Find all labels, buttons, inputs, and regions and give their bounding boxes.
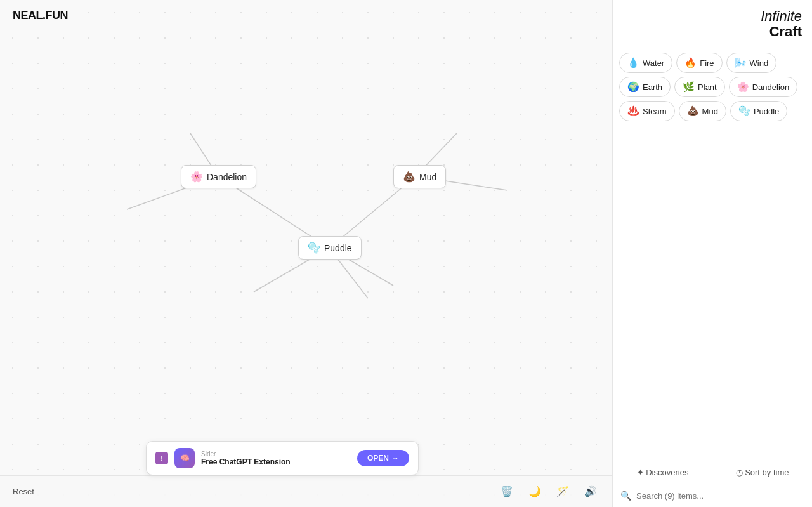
- sidebar-bottom: ✦ Discoveries ◷ Sort by time 🔍: [613, 461, 812, 507]
- earth-emoji: 🌍: [627, 81, 639, 93]
- mud-emoji: 💩: [403, 171, 416, 183]
- search-icon: 🔍: [620, 491, 631, 501]
- title-craft: Craft: [769, 23, 802, 39]
- ad-logo: 🧠: [174, 448, 195, 468]
- plant-label: Plant: [698, 82, 717, 92]
- water-label: Water: [643, 58, 664, 68]
- steam-emoji: ♨️: [627, 105, 639, 117]
- dandelion-label: Dandelion: [207, 172, 247, 182]
- open-button[interactable]: OPEN →: [357, 450, 409, 466]
- sidebar-header: Infinite Craft: [613, 0, 812, 46]
- dandelion-sidebar-label: Dandelion: [752, 82, 790, 92]
- mud-sidebar-label: Mud: [702, 107, 718, 116]
- wind-emoji: 🌬️: [735, 57, 747, 69]
- puddle-sidebar-label: Puddle: [754, 107, 779, 116]
- canvas-item-mud[interactable]: 💩 Mud: [393, 165, 446, 188]
- dandelion-emoji: 🌸: [190, 171, 203, 183]
- sort-tab[interactable]: ◷ Sort by time: [712, 461, 812, 484]
- sidebar-item-wind[interactable]: 🌬️ Wind: [726, 53, 777, 73]
- puddle-sidebar-emoji: 🫧: [738, 105, 750, 117]
- puddle-label: Puddle: [324, 243, 352, 253]
- mud-sidebar-emoji: 💩: [687, 105, 699, 117]
- neal-logo: NEAL.FUN: [13, 9, 68, 22]
- canvas-area[interactable]: 🌸 Dandelion 💩 Mud 🫧 Puddle: [0, 0, 612, 507]
- sidebar-item-water[interactable]: 💧 Water: [619, 53, 672, 73]
- title-infinite: Infinite: [761, 8, 802, 24]
- items-grid: 💧 Water 🔥 Fire 🌬️ Wind 🌍 Earth 🌿 Plant 🌸…: [613, 46, 812, 461]
- sidebar-item-steam[interactable]: ♨️ Steam: [619, 101, 675, 121]
- moon-icon[interactable]: 🌙: [526, 483, 544, 501]
- ad-warning-icon: !: [155, 452, 168, 464]
- ad-bar: ! 🧠 Sider Free ChatGPT Extension OPEN →: [146, 441, 419, 475]
- sidebar-item-plant[interactable]: 🌿 Plant: [674, 77, 725, 97]
- earth-label: Earth: [643, 82, 662, 92]
- search-input[interactable]: [636, 491, 804, 501]
- sidebar-item-dandelion[interactable]: 🌸 Dandelion: [729, 77, 798, 97]
- canvas-item-puddle[interactable]: 🫧 Puddle: [298, 236, 362, 260]
- sidebar-item-puddle[interactable]: 🫧 Puddle: [730, 101, 787, 121]
- sound-icon[interactable]: 🔊: [582, 483, 599, 501]
- puddle-emoji: 🫧: [308, 242, 320, 254]
- canvas-toolbar: Reset 🗑️ 🌙 🪄 🔊: [0, 475, 612, 507]
- sidebar: Infinite Craft 💧 Water 🔥 Fire 🌬️ Wind 🌍 …: [612, 0, 812, 507]
- brush-icon[interactable]: 🪄: [554, 483, 572, 501]
- trash-icon[interactable]: 🗑️: [498, 483, 516, 501]
- mud-label: Mud: [419, 172, 436, 182]
- fire-label: Fire: [700, 58, 714, 68]
- plant-emoji: 🌿: [683, 81, 695, 93]
- wind-label: Wind: [750, 58, 769, 68]
- dandelion-sidebar-emoji: 🌸: [737, 81, 749, 93]
- ad-source: Sider: [201, 451, 351, 458]
- fire-emoji: 🔥: [684, 57, 697, 69]
- ad-text: Sider Free ChatGPT Extension: [201, 451, 351, 466]
- sort-label: ◷ Sort by time: [736, 468, 789, 477]
- ad-title: Free ChatGPT Extension: [201, 458, 351, 466]
- bottom-tabs: ✦ Discoveries ◷ Sort by time: [613, 461, 812, 484]
- sidebar-item-fire[interactable]: 🔥 Fire: [676, 53, 722, 73]
- reset-button[interactable]: Reset: [13, 487, 34, 496]
- discoveries-tab[interactable]: ✦ Discoveries: [613, 461, 712, 484]
- discoveries-label: ✦ Discoveries: [637, 468, 689, 477]
- sidebar-item-earth[interactable]: 🌍 Earth: [619, 77, 671, 97]
- sidebar-item-mud[interactable]: 💩 Mud: [679, 101, 726, 121]
- water-emoji: 💧: [627, 57, 639, 69]
- search-bar: 🔍: [613, 484, 812, 507]
- infinite-craft-title: Infinite Craft: [761, 9, 802, 39]
- canvas-item-dandelion[interactable]: 🌸 Dandelion: [181, 165, 256, 188]
- steam-label: Steam: [643, 107, 667, 116]
- canvas-toolbar-right: 🗑️ 🌙 🪄 🔊: [498, 483, 599, 501]
